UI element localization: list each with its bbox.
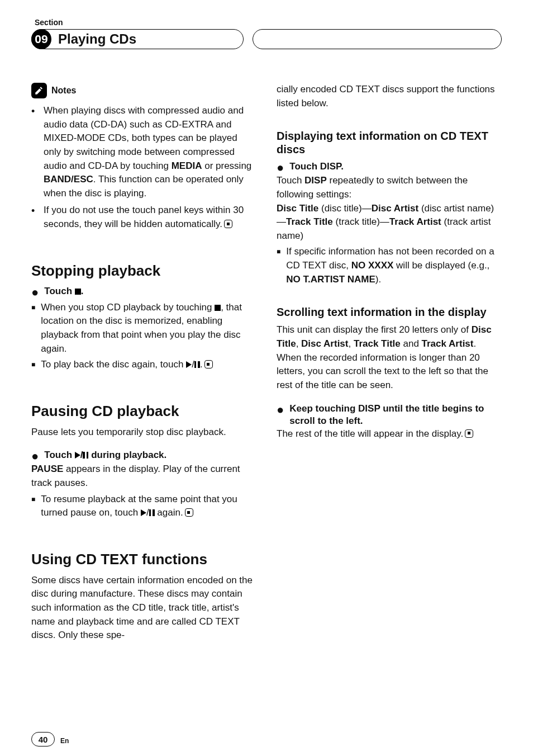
pausing-intro: Pause lets you temporarily stop disc pla… <box>31 426 256 440</box>
step-bullet-icon: ● <box>31 450 39 462</box>
heading-displaying-text: Displaying text information on CD TEXT d… <box>277 129 502 156</box>
square-bullet-icon: ■ <box>31 304 35 311</box>
pausing-body: PAUSE appears in the display. Play of th… <box>31 462 256 490</box>
step-item: ● Touch DISP. <box>277 160 502 174</box>
step-bullet-icon: ● <box>277 162 284 174</box>
pause-icon <box>194 361 200 368</box>
chapter-title: Playing CDs <box>51 31 136 47</box>
square-bullet-icon: ■ <box>277 248 280 255</box>
heading-cd-text: Using CD TEXT functions <box>31 551 256 568</box>
section-end-icon <box>204 360 213 368</box>
scrolling-body: The rest of the title will appear in the… <box>277 427 502 441</box>
page-root: Section 09 Playing CDs Notes <box>0 0 533 756</box>
section-number-badge: 09 <box>31 29 51 49</box>
square-bullet-item: ■ When you stop CD playback by touching … <box>31 301 256 356</box>
notes-item: If you do not use the touch panel keys w… <box>44 204 256 231</box>
square-bullet-text: When you stop CD playback by touching , … <box>41 301 256 356</box>
cdtext-intro-left: Some discs have certain information enco… <box>31 574 256 642</box>
section-end-icon <box>465 429 473 438</box>
step-text: Touch / during playback. <box>44 449 166 461</box>
square-bullet-text: If specific information has not been rec… <box>286 245 502 286</box>
stop-icon <box>75 289 81 295</box>
play-icon <box>75 452 80 459</box>
step-text: Keep touching DISP until the title begin… <box>289 403 502 427</box>
square-bullet-icon: ■ <box>31 361 35 368</box>
pause-icon <box>83 452 88 459</box>
step-text: Touch DISP. <box>289 160 344 173</box>
language-code: En <box>60 734 69 745</box>
left-column: Notes When playing discs with compressed… <box>31 83 256 642</box>
notes-icon <box>31 83 47 98</box>
square-bullet-text: To play back the disc again, touch /. <box>41 358 212 372</box>
stop-icon <box>215 305 221 311</box>
notes-heading: Notes <box>51 86 76 96</box>
square-bullet-item: ■ To resume playback at the same point t… <box>31 493 256 520</box>
step-bullet-icon: ● <box>31 286 39 299</box>
pencil-icon <box>34 86 44 96</box>
step-bullet-icon: ● <box>277 404 284 416</box>
square-bullet-icon: ■ <box>31 496 35 503</box>
notes-item: When playing discs with compressed audio… <box>44 104 256 200</box>
step-item: ● Touch . <box>31 285 256 299</box>
play-icon <box>141 509 146 516</box>
cdtext-intro-right: cially encoded CD TEXT discs support the… <box>277 83 502 110</box>
notes-item-text: If you do not use the touch panel keys w… <box>44 205 244 229</box>
section-end-icon <box>224 220 232 228</box>
heading-pausing-playback: Pausing CD playback <box>31 403 256 420</box>
pause-icon <box>149 509 155 516</box>
play-icon <box>186 361 192 368</box>
displaying-body: Touch DISP repeatedly to switch between … <box>277 174 502 201</box>
step-text: Touch . <box>44 285 83 297</box>
heading-scrolling-text: Scrolling text information in the displa… <box>277 305 502 319</box>
displaying-settings: Disc Title (disc title)—Disc Artist (dis… <box>277 202 502 243</box>
section-end-icon <box>185 508 193 517</box>
page-number: 40 <box>31 732 55 746</box>
page-footer: 40 En <box>31 732 502 746</box>
section-label: Section <box>31 18 502 27</box>
chapter-pill-empty <box>253 29 502 49</box>
square-bullet-item: ■ If specific information has not been r… <box>277 245 502 286</box>
scrolling-intro: This unit can display the first 20 lette… <box>277 323 502 392</box>
step-item: ● Keep touching DISP until the title beg… <box>277 403 502 427</box>
square-bullet-text: To resume playback at the same point tha… <box>41 493 256 520</box>
square-bullet-item: ■ To play back the disc again, touch /. <box>31 358 256 372</box>
chapter-header-row: 09 Playing CDs <box>31 29 502 49</box>
notes-item-text: When playing discs with compressed audio… <box>44 105 251 199</box>
step-item: ● Touch / during playback. <box>31 449 256 462</box>
notes-list: When playing discs with compressed audio… <box>31 104 256 231</box>
content-columns: Notes When playing discs with compressed… <box>31 83 502 642</box>
notes-header: Notes <box>31 83 256 98</box>
chapter-title-pill: 09 Playing CDs <box>31 29 244 49</box>
heading-stopping-playback: Stopping playback <box>31 263 256 280</box>
right-column: cially encoded CD TEXT discs support the… <box>277 83 502 642</box>
